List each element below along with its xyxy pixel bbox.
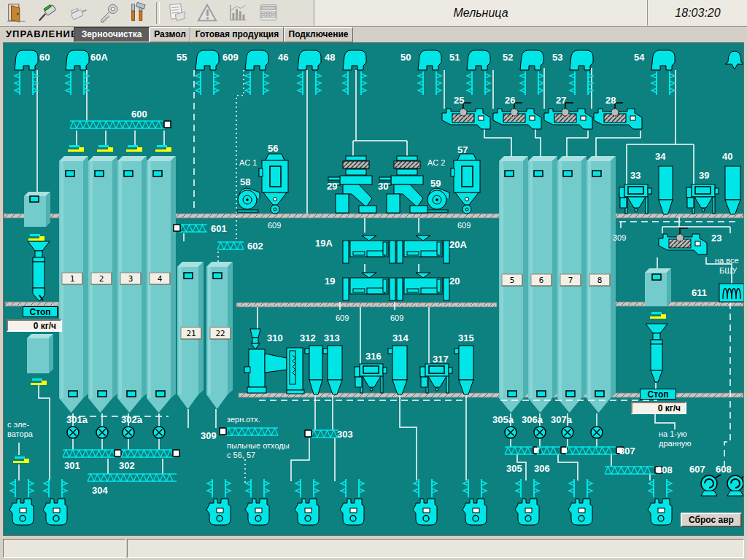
fan-607[interactable] [701,475,721,496]
hopper-313[interactable] [323,346,342,394]
elevator-boot-2[interactable] [43,479,67,525]
tower-40[interactable] [725,166,740,214]
elevator-boot-7[interactable] [413,479,437,525]
conveyor-600[interactable] [70,121,171,128]
gate-600-2[interactable] [97,145,113,152]
stop-button-left[interactable]: Стоп [23,306,58,317]
diagram-label: 609 [222,52,239,63]
tab-3[interactable]: Готовая продукция [190,27,284,42]
valve-302a-2[interactable] [153,427,165,438]
hopper-312[interactable] [305,346,322,394]
conveyor-601[interactable] [174,225,207,232]
trends-icon[interactable] [222,1,253,26]
gate-600-4[interactable] [155,145,171,152]
reset-alarm-button[interactable]: Сброс авр [681,513,742,527]
sifter-19[interactable] [343,273,395,300]
report-icon[interactable] [161,1,192,26]
separator-26[interactable] [493,103,541,129]
valve-307a-1[interactable] [562,427,573,438]
conveyor-308[interactable] [605,467,662,474]
valve-306a[interactable] [534,427,546,438]
aspirator-39[interactable] [686,184,719,214]
sensor [98,391,107,397]
elevator-boot-8[interactable] [462,479,487,525]
valve-307a-2[interactable] [591,427,603,438]
machine-23[interactable] [659,228,707,254]
conveyor-309[interactable] [220,428,278,435]
tools-icon[interactable] [124,1,155,26]
tower-34[interactable] [659,166,673,214]
connect-icon[interactable] [32,1,63,26]
alarm-icon[interactable] [192,1,222,26]
conveyor-304[interactable] [88,474,177,481]
filter-57[interactable] [451,154,480,214]
cyclone-48[interactable] [343,50,366,95]
alarm-bell-icon[interactable] [725,51,743,69]
cyclone-60[interactable] [15,50,38,95]
fan-59[interactable] [427,188,449,212]
conveyor-302[interactable] [121,450,179,457]
separator-28[interactable] [594,103,642,129]
cyclone-609[interactable] [245,50,268,95]
hopper-314[interactable] [388,346,407,394]
pipe-line [567,131,588,157]
conveyor-602[interactable] [217,242,244,249]
conveyor-rail [236,303,497,307]
feeder-left[interactable] [28,241,50,301]
settings-icon[interactable] [253,1,284,26]
fan-608[interactable] [727,475,743,496]
elevator-boot-4[interactable] [245,479,269,525]
aspirator-317[interactable] [420,364,452,393]
fan-58[interactable] [237,188,260,212]
gate-right[interactable] [650,312,666,319]
conveyor-303[interactable] [305,430,338,438]
valve-302a-1[interactable] [123,427,134,438]
tab-2[interactable]: Размол [150,27,190,42]
valve-301a-2[interactable] [96,427,108,438]
tab-4[interactable]: Подключение [284,27,353,42]
elevator-boot-1[interactable] [9,479,34,525]
aspirator-33[interactable] [619,184,651,214]
sifter-19a[interactable] [343,236,395,263]
cyclone-55[interactable] [196,50,219,95]
cyclone-50[interactable] [418,50,441,95]
key-icon[interactable] [93,1,124,26]
gate-left-lower[interactable] [31,378,47,385]
valve-305a[interactable] [505,427,516,438]
cyclone-54[interactable] [651,50,675,95]
valve-301a-1[interactable] [67,427,79,438]
filter-56[interactable] [259,154,288,214]
sensor [127,391,136,397]
aspirator-316[interactable] [355,364,387,393]
cyclone-46[interactable] [298,50,321,95]
conveyor-307[interactable] [566,447,623,454]
elevator-boot-3[interactable] [206,479,231,525]
cyclone-53[interactable] [570,50,593,95]
gate-600-1[interactable] [68,145,84,152]
exit-icon[interactable] [1,1,32,26]
gate-elevator-feed[interactable] [13,456,29,463]
elevator-boot-11[interactable] [648,479,672,525]
separator-27[interactable] [544,103,592,129]
cyclone-52[interactable] [520,50,543,95]
cyclone-51[interactable] [467,50,490,95]
sifter-20[interactable] [397,273,449,300]
cyclone-60a[interactable] [66,50,89,95]
coil-611[interactable] [719,284,743,302]
conveyor-306[interactable] [537,447,568,454]
conveyor-301[interactable] [63,450,121,457]
gate-left-upper[interactable] [28,234,44,241]
separator-25[interactable] [442,103,490,129]
elevator-boot-5[interactable] [295,479,319,525]
elevator-boot-6[interactable] [340,479,364,525]
elevator-boot-10[interactable] [568,479,592,525]
conveyor-305[interactable] [505,447,540,454]
gate-600-3[interactable] [126,145,142,152]
hopper-315[interactable] [454,346,473,394]
stop-button-right[interactable]: Стоп [640,389,676,400]
tab-1[interactable]: Зерноочистка [74,27,150,42]
feeder-right[interactable] [646,324,667,382]
disconnect-icon[interactable] [63,1,93,26]
elevator-boot-9[interactable] [515,479,539,525]
sifter-20a[interactable] [397,236,449,263]
